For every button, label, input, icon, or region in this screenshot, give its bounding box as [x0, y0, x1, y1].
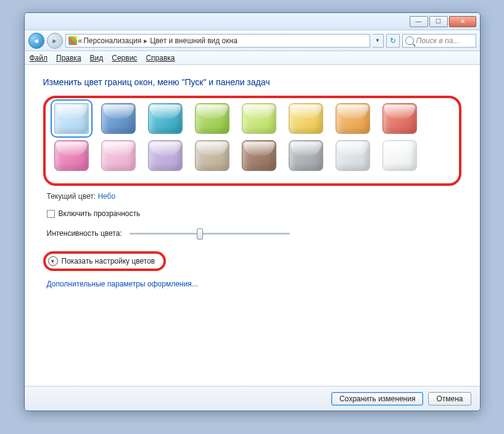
cancel-button[interactable]: Отмена — [428, 392, 471, 406]
color-swatch[interactable] — [382, 140, 417, 171]
color-palette-highlight — [43, 96, 461, 186]
show-color-mixer-label: Показать настройку цветов — [62, 257, 155, 265]
titlebar: — ☐ ✕ — [25, 13, 480, 30]
transparency-checkbox[interactable] — [47, 210, 55, 218]
menu-file[interactable]: Файл — [30, 54, 48, 62]
chevron-down-icon: ▾ — [48, 256, 58, 266]
window-controls: — ☐ ✕ — [410, 16, 476, 27]
search-placeholder: Поиск в па... — [416, 36, 460, 45]
color-swatch[interactable] — [54, 103, 89, 134]
nav-forward-button[interactable]: ► — [47, 33, 63, 49]
current-color-label: Текущий цвет: — [47, 192, 96, 201]
breadcrumb-item-2[interactable]: Цвет и внешний вид окна — [150, 36, 238, 45]
page-title: Изменить цвет границ окон, меню "Пуск" и… — [43, 77, 461, 87]
refresh-button[interactable]: ↻ — [386, 34, 400, 48]
show-color-mixer-link[interactable]: ▾ Показать настройку цветов — [43, 251, 167, 271]
intensity-label: Интенсивность цвета: — [47, 229, 122, 238]
content-area: Изменить цвет границ окон, меню "Пуск" и… — [25, 65, 480, 386]
menubar: Файл Правка Вид Сервис Справка — [25, 51, 480, 65]
color-swatch[interactable] — [195, 103, 229, 134]
close-button[interactable]: ✕ — [449, 16, 476, 27]
intensity-slider-thumb[interactable] — [197, 228, 203, 240]
breadcrumb-prefix: « — [78, 36, 83, 45]
palette-row-1 — [52, 103, 453, 134]
menu-view[interactable]: Вид — [90, 54, 104, 62]
transparency-row: Включить прозрачность — [47, 209, 461, 218]
cancel-button-label: Отмена — [436, 394, 463, 403]
current-color-row: Текущий цвет: Небо — [47, 192, 461, 201]
current-color-value: Небо — [97, 192, 115, 201]
save-button-label: Сохранить изменения — [339, 394, 415, 403]
color-swatch[interactable] — [289, 140, 323, 171]
search-icon — [405, 36, 414, 45]
control-panel-icon — [68, 36, 77, 45]
advanced-appearance-link[interactable]: Дополнительные параметры оформления... — [47, 280, 198, 288]
chevron-right-icon: ▸ — [144, 36, 147, 45]
menu-tools[interactable]: Сервис — [112, 54, 137, 62]
navbar: ◄ ► « Персонализация ▸ Цвет и внешний ви… — [25, 30, 480, 51]
color-swatch[interactable] — [54, 140, 89, 171]
transparency-label[interactable]: Включить прозрачность — [59, 209, 141, 218]
menu-help[interactable]: Справка — [146, 54, 175, 62]
intensity-slider[interactable] — [130, 233, 290, 235]
color-swatch[interactable] — [336, 140, 370, 171]
minimize-button[interactable]: — — [410, 16, 428, 27]
color-swatch[interactable] — [101, 103, 136, 134]
color-swatch[interactable] — [289, 103, 323, 134]
color-swatch[interactable] — [195, 140, 229, 171]
color-swatch[interactable] — [382, 103, 417, 134]
maximize-button[interactable]: ☐ — [429, 16, 448, 27]
address-bar[interactable]: « Персонализация ▸ Цвет и внешний вид ок… — [65, 34, 370, 48]
bottom-bar: Сохранить изменения Отмена — [25, 386, 480, 411]
color-swatch[interactable] — [242, 103, 276, 134]
search-input[interactable]: Поиск в па... — [402, 34, 476, 48]
color-swatch[interactable] — [148, 103, 183, 134]
color-swatch[interactable] — [148, 140, 183, 171]
color-swatch[interactable] — [101, 140, 136, 171]
nav-back-button[interactable]: ◄ — [28, 33, 44, 49]
color-swatch[interactable] — [336, 103, 370, 134]
save-button[interactable]: Сохранить изменения — [331, 392, 423, 406]
intensity-row: Интенсивность цвета: — [47, 229, 461, 238]
menu-edit[interactable]: Правка — [56, 54, 81, 62]
breadcrumb-item-1[interactable]: Персонализация — [83, 36, 141, 45]
window: — ☐ ✕ ◄ ► « Персонализация ▸ Цвет и внеш… — [24, 12, 481, 411]
address-dropdown-button[interactable]: ▼ — [373, 34, 384, 48]
palette-row-2 — [52, 140, 453, 171]
color-swatch[interactable] — [242, 140, 276, 171]
